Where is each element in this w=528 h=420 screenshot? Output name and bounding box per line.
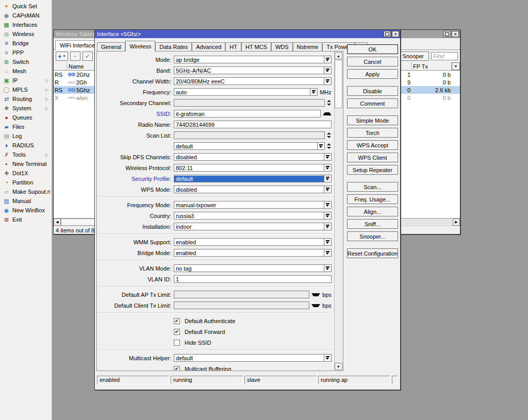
dropdown-button[interactable] xyxy=(324,212,331,219)
column-chooser-button[interactable]: ▼ xyxy=(452,62,460,70)
sidebar-item-manual[interactable]: ▥Manual xyxy=(0,196,52,206)
remove-button[interactable]: − xyxy=(70,52,80,61)
find-input[interactable] xyxy=(431,52,458,60)
mode-field[interactable]: ap bridge xyxy=(174,56,332,63)
dropdown-button[interactable] xyxy=(324,186,331,193)
vlan-id-field[interactable]: 1 xyxy=(174,275,332,283)
wps-mode-field[interactable]: disabled xyxy=(174,186,332,193)
channel-width-field[interactable]: 20/40/80MHz eeeC xyxy=(174,77,332,85)
snooper-button[interactable]: Snooper... xyxy=(347,231,398,241)
torch-button[interactable]: Torch xyxy=(347,128,398,138)
tab-ht[interactable]: HT xyxy=(225,42,241,51)
dropdown-arrow-icon[interactable] xyxy=(311,304,320,307)
comment-button[interactable]: Comment xyxy=(347,98,398,108)
bridge-mode-field[interactable]: enabled xyxy=(174,249,332,257)
flags-column-header[interactable] xyxy=(54,62,67,70)
simple-mode-button[interactable]: Simple Mode xyxy=(347,115,398,125)
sidebar-item-system[interactable]: ✱System▷ xyxy=(0,104,52,113)
dropdown-button[interactable] xyxy=(324,249,331,256)
sniff-button[interactable]: Sniff... xyxy=(347,219,398,229)
dropdown-button[interactable] xyxy=(324,164,331,171)
scroll-right-icon[interactable]: ▶ xyxy=(453,219,460,226)
collapse-up-icon[interactable] xyxy=(323,112,332,115)
tab-ht-mcs[interactable]: HT MCS xyxy=(241,42,271,51)
dropdown-button[interactable] xyxy=(324,78,331,85)
freq-usage-button[interactable]: Freq. Usage... xyxy=(347,194,398,204)
scan-button[interactable]: Scan... xyxy=(347,182,398,192)
maximize-button[interactable] xyxy=(384,31,391,37)
scan-list-field[interactable] xyxy=(174,131,325,139)
snooper-toolbar-button[interactable]: Snooper xyxy=(397,52,429,61)
country-field[interactable]: russia3 xyxy=(174,212,332,220)
sidebar-item-quick-set[interactable]: ✶Quick Set xyxy=(0,2,52,11)
dropdown-button[interactable] xyxy=(324,175,331,182)
sidebar-item-queues[interactable]: ●Queues xyxy=(0,113,52,122)
wps-accept-button[interactable]: WPS Accept xyxy=(347,140,398,150)
close-button[interactable]: ✕ xyxy=(392,31,399,37)
sidebar-item-exit[interactable]: ⊠Exit xyxy=(0,215,52,224)
disable-button[interactable]: Disable xyxy=(347,86,398,96)
tab-nstreme[interactable]: Nstreme xyxy=(293,42,323,51)
spinner-control[interactable] xyxy=(327,132,332,138)
security-profile-field[interactable]: default xyxy=(174,175,332,182)
dropdown-arrow-icon[interactable] xyxy=(311,293,320,296)
installation-field[interactable]: indoor xyxy=(174,223,332,230)
sidebar-item-new-terminal[interactable]: ▪New Terminal xyxy=(0,159,52,169)
sidebar-item-interfaces[interactable]: ▦Interfaces xyxy=(0,20,52,29)
scan-list-entry-field[interactable]: default xyxy=(174,142,325,150)
scroll-up-icon[interactable]: ▲ xyxy=(335,52,342,59)
ok-button[interactable]: OK xyxy=(347,44,398,54)
default-authenticate-checkbox[interactable]: ✔ xyxy=(174,318,180,324)
wireless-protocol-field[interactable]: 802.11 xyxy=(174,164,332,172)
sidebar-item-mpls[interactable]: ◯MPLS▷ xyxy=(0,85,52,94)
scroll-left-icon[interactable]: ◀ xyxy=(54,219,61,226)
sidebar-item-capsman[interactable]: ◉CAPsMAN xyxy=(0,11,52,20)
apply-button[interactable]: Apply xyxy=(347,69,398,79)
scrollbar-thumb[interactable] xyxy=(335,60,342,108)
sidebar-item-bridge[interactable]: ✕Bridge xyxy=(0,39,52,48)
cancel-button[interactable]: Cancel xyxy=(347,57,398,66)
sidebar-item-switch[interactable]: ⊞Switch xyxy=(0,57,52,66)
wps-client-button[interactable]: WPS Client xyxy=(347,153,398,162)
dropdown-button[interactable] xyxy=(324,223,331,230)
multicast-buffering-checkbox[interactable]: ✔ xyxy=(174,366,180,372)
dropdown-button[interactable] xyxy=(317,143,324,149)
hide-ssid-checkbox[interactable] xyxy=(174,340,180,346)
default-client-tx-limit-field[interactable] xyxy=(174,301,309,309)
secondary-channel-field[interactable] xyxy=(174,99,325,107)
dropdown-button[interactable] xyxy=(324,56,331,63)
dropdown-button[interactable] xyxy=(324,154,331,160)
sidebar-item-radius[interactable]: ♦RADIUS xyxy=(0,141,52,150)
vertical-scrollbar[interactable]: ▲ ▼ xyxy=(334,52,342,370)
sidebar-item-partition[interactable]: ◔Partition xyxy=(0,178,52,187)
tab-advanced[interactable]: Advanced xyxy=(192,42,225,51)
sidebar-item-make-supout-rif[interactable]: ▱Make Supout.rif xyxy=(0,187,52,196)
scroll-down-icon[interactable]: ▼ xyxy=(335,363,342,370)
fptx-column-header[interactable]: FP Tx xyxy=(411,62,452,70)
dropdown-button[interactable] xyxy=(324,355,331,361)
sidebar-item-mesh[interactable]: ∴Mesh xyxy=(0,66,52,76)
frequency-mode-field[interactable]: manual-txpower xyxy=(174,201,332,209)
wmm-support-field[interactable]: enabled xyxy=(174,238,332,246)
tab-general[interactable]: General xyxy=(97,42,125,51)
sidebar-item-wireless[interactable]: ◎Wireless xyxy=(0,29,52,39)
maximize-button[interactable] xyxy=(443,31,451,37)
align-button[interactable]: Align... xyxy=(347,207,398,216)
sidebar-item-dot1x[interactable]: ✚Dot1X xyxy=(0,169,52,178)
sidebar-item-ppp[interactable]: ≡PPP xyxy=(0,48,52,57)
spinner-control[interactable] xyxy=(327,143,332,149)
add-button[interactable]: + ▼ xyxy=(56,52,68,61)
sidebar-item-ip[interactable]: ▣IP▷ xyxy=(0,76,52,85)
tab-wireless[interactable]: Wireless xyxy=(125,41,155,52)
dropdown-button[interactable] xyxy=(324,265,331,272)
default-forward-checkbox[interactable]: ✔ xyxy=(174,329,180,335)
tab-wds[interactable]: WDS xyxy=(271,42,293,51)
dialog-titlebar[interactable]: Interface <5Ghz> ✕ xyxy=(95,30,400,38)
multicast-helper-field[interactable]: default xyxy=(174,354,332,362)
radio-name-field[interactable]: 744D28144699 xyxy=(174,121,332,128)
sidebar-item-tools[interactable]: ✗Tools▷ xyxy=(0,150,52,159)
sidebar-item-files[interactable]: ▰Files xyxy=(0,122,52,131)
setup-repeater-button[interactable]: Setup Repeater xyxy=(347,165,398,175)
vlan-mode-field[interactable]: no tag xyxy=(174,264,332,272)
frequency-field[interactable]: auto xyxy=(174,88,318,96)
